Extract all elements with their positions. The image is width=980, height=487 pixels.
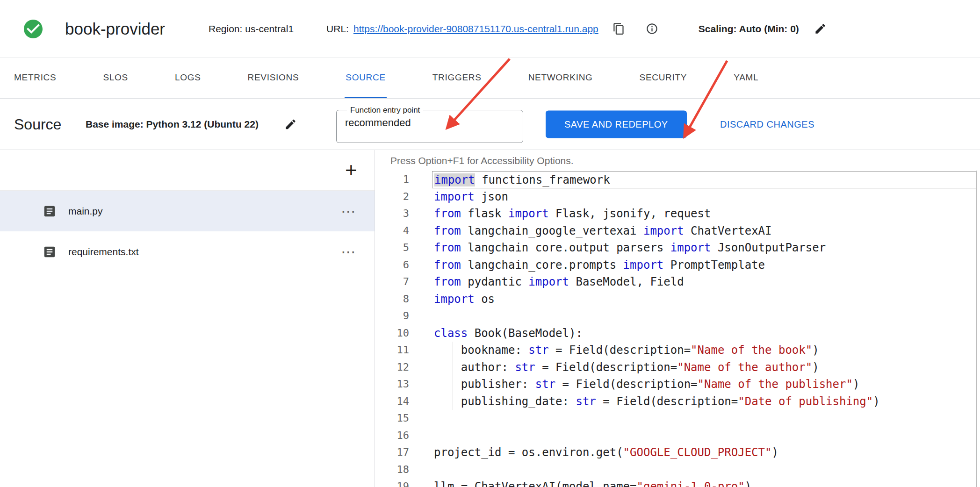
line-number: 7 <box>375 273 409 291</box>
code-line-10[interactable]: 10class Book(BaseModel): <box>375 325 980 342</box>
pencil-icon <box>284 118 297 130</box>
copy-icon <box>612 22 625 35</box>
code-line-9[interactable]: 9 <box>375 308 980 325</box>
url-info-button[interactable] <box>646 22 658 35</box>
line-number: 15 <box>375 410 409 427</box>
code-line-1[interactable]: 1import functions_framework <box>375 171 980 188</box>
code-line-19[interactable]: 19llm = ChatVertexAI(model_name="gemini-… <box>375 478 980 487</box>
edit-base-image-button[interactable] <box>284 118 297 130</box>
line-number: 2 <box>375 188 409 206</box>
line-number: 5 <box>375 239 409 257</box>
code-line-17[interactable]: 17project_id = os.environ.get("GOOGLE_CL… <box>375 444 980 461</box>
entry-point-label: Function entry point <box>347 106 423 115</box>
code-line-8[interactable]: 8import os <box>375 291 980 308</box>
tab-slos[interactable]: SLOS <box>102 58 129 98</box>
tab-networking[interactable]: NETWORKING <box>527 58 594 98</box>
service-title: book-provider <box>65 20 165 38</box>
save-and-redeploy-button[interactable]: SAVE AND REDEPLOY <box>546 110 687 138</box>
url-label: URL: <box>326 23 349 35</box>
pencil-icon <box>814 22 827 35</box>
code-line-16[interactable]: 16 <box>375 427 980 444</box>
tab-bar: METRICSSLOSLOGSREVISIONSSOURCETRIGGERSNE… <box>0 58 980 99</box>
code-lines: 1import functions_framework2import json3… <box>375 171 980 487</box>
tab-metrics[interactable]: METRICS <box>13 58 57 98</box>
code-line-7[interactable]: 7from pydantic import BaseModel, Field <box>375 273 980 291</box>
code-line-13[interactable]: 13 publisher: str = Field(description="N… <box>375 376 980 393</box>
function-entry-point-field: Function entry point <box>336 106 523 143</box>
file-row-requirements.txt[interactable]: requirements.txt⋯ <box>0 231 375 272</box>
main-area: + main.py⋯requirements.txt⋯ Press Option… <box>0 150 980 487</box>
base-image-label: Base image: Python 3.12 (Ubuntu 22) <box>86 119 259 130</box>
code-line-18[interactable]: 18 <box>375 461 980 479</box>
file-panel-toolbar: + <box>0 150 375 191</box>
code-line-4[interactable]: 4from langchain_google_vertexai import C… <box>375 222 980 240</box>
code-line-3[interactable]: 3from flask import Flask, jsonify, reque… <box>375 205 980 222</box>
service-url-link[interactable]: https://book-provider-908087151170.us-ce… <box>353 23 598 35</box>
line-number: 14 <box>375 393 409 410</box>
accessibility-hint: Press Option+F1 for Accessibility Option… <box>390 155 574 166</box>
source-section-title: Source <box>14 115 61 133</box>
code-line-5[interactable]: 5from langchain_core.output_parsers impo… <box>375 239 980 257</box>
code-line-15[interactable]: 15 <box>375 410 980 427</box>
document-icon <box>43 204 57 218</box>
line-number: 12 <box>375 359 409 376</box>
copy-url-button[interactable] <box>612 22 625 35</box>
line-number: 16 <box>375 427 409 444</box>
scaling-label: Scaling: Auto (Min: 0) <box>699 23 799 35</box>
line-number: 13 <box>375 376 409 393</box>
code-line-14[interactable]: 14 publishing_date: str = Field(descript… <box>375 393 980 410</box>
code-line-6[interactable]: 6from langchain_core.prompts import Prom… <box>375 257 980 274</box>
edit-scaling-button[interactable] <box>814 22 827 35</box>
line-number: 9 <box>375 308 409 325</box>
service-header: book-provider Region: us-central1 URL: h… <box>0 0 980 58</box>
entry-point-input[interactable] <box>345 115 514 136</box>
more-options-icon[interactable]: ⋯ <box>341 244 356 259</box>
line-number: 3 <box>375 205 409 222</box>
line-number: 6 <box>375 257 409 274</box>
line-number: 11 <box>375 342 409 359</box>
tab-security[interactable]: SECURITY <box>639 58 688 98</box>
line-number: 8 <box>375 291 409 308</box>
document-icon <box>43 245 57 259</box>
tab-triggers[interactable]: TRIGGERS <box>432 58 483 98</box>
region-label: Region: us-central1 <box>209 23 294 35</box>
info-icon <box>646 22 658 35</box>
file-row-main.py[interactable]: main.py⋯ <box>0 191 375 231</box>
line-number: 1 <box>375 171 409 188</box>
discard-changes-button[interactable]: DISCARD CHANGES <box>720 119 814 129</box>
editor-scrollbar[interactable] <box>976 171 977 487</box>
tab-logs[interactable]: LOGS <box>174 58 202 98</box>
tab-source[interactable]: SOURCE <box>345 58 387 98</box>
code-line-12[interactable]: 12 author: str = Field(description="Name… <box>375 359 980 376</box>
line-number: 10 <box>375 325 409 342</box>
code-line-2[interactable]: 2import json <box>375 188 980 206</box>
more-options-icon[interactable]: ⋯ <box>341 204 356 219</box>
add-file-button[interactable]: + <box>345 160 357 180</box>
file-name: requirements.txt <box>68 246 139 258</box>
file-panel: + main.py⋯requirements.txt⋯ <box>0 150 375 487</box>
source-toolbar: Source Base image: Python 3.12 (Ubuntu 2… <box>0 99 980 150</box>
line-number: 4 <box>375 222 409 240</box>
url-group: URL: https://book-provider-908087151170.… <box>326 23 598 35</box>
status-check-icon <box>22 18 44 40</box>
file-list: main.py⋯requirements.txt⋯ <box>0 191 375 272</box>
line-number: 17 <box>375 444 409 461</box>
code-line-11[interactable]: 11 bookname: str = Field(description="Na… <box>375 342 980 359</box>
line-number: 18 <box>375 461 409 479</box>
tab-revisions[interactable]: REVISIONS <box>247 58 300 98</box>
tab-yaml[interactable]: YAML <box>733 58 759 98</box>
file-name: main.py <box>68 206 103 217</box>
code-editor[interactable]: Press Option+F1 for Accessibility Option… <box>375 150 980 487</box>
line-number: 19 <box>375 478 409 487</box>
